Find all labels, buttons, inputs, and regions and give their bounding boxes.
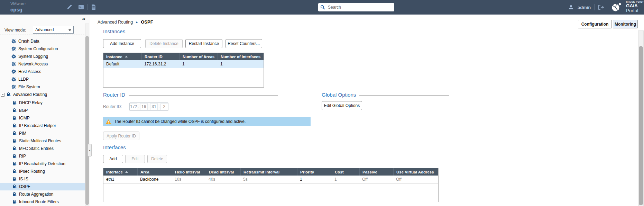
view-mode-select[interactable]: Advanced bbox=[33, 26, 74, 34]
sidebar-item-system-logging[interactable]: System Logging bbox=[0, 53, 85, 60]
column-header-number-of-interfaces[interactable]: Number of Interfaces bbox=[218, 53, 264, 60]
terminal-icon[interactable] bbox=[78, 4, 84, 10]
sidebar-item-inbound-route-filters[interactable]: Inbound Route Filters bbox=[0, 198, 85, 206]
divider bbox=[129, 95, 278, 96]
routing-icon bbox=[12, 100, 17, 105]
column-header-priority[interactable]: Priority bbox=[297, 168, 332, 176]
router-id-section-header: Router ID bbox=[103, 92, 278, 98]
column-header-router-id[interactable]: Router ID bbox=[141, 53, 180, 60]
sidebar-item-label: RIP bbox=[19, 154, 26, 159]
sidebar: ◀◀ View mode: Advanced Crash Data System… bbox=[0, 15, 90, 206]
sidebar-item-ip-reachability-detection[interactable]: IP Reachability Detection bbox=[0, 160, 85, 168]
breadcrumb-arrow-icon: ▸ bbox=[136, 20, 138, 24]
sidebar-item-bgp[interactable]: BGP bbox=[0, 107, 85, 114]
username[interactable]: admin bbox=[578, 5, 591, 10]
logo-suffix-text: Portal bbox=[626, 8, 638, 13]
add-instance-button[interactable]: Add Instance bbox=[103, 39, 141, 48]
column-header-interface[interactable]: Interface bbox=[103, 168, 137, 176]
octet-4[interactable]: 2 bbox=[160, 103, 168, 110]
checkpoint-logo-text: CHECK POINT GAiA Portal bbox=[626, 1, 644, 13]
delete-interface-button[interactable]: Delete bbox=[147, 155, 167, 163]
column-header-retransmit-interval[interactable]: Retransmit Interval bbox=[240, 168, 297, 176]
sidebar-item-igmp[interactable]: IGMP bbox=[0, 114, 85, 122]
cell-instance: Default bbox=[103, 62, 141, 66]
edit-global-options-button[interactable]: Edit Global Options bbox=[322, 101, 362, 110]
add-interface-button[interactable]: Add bbox=[103, 155, 123, 163]
edit-interface-button[interactable]: Edit bbox=[125, 155, 145, 163]
breadcrumb-parent[interactable]: Advanced Routing bbox=[98, 20, 133, 25]
breadcrumb: Advanced Routing ▸ OSPF bbox=[98, 19, 153, 25]
cell-use-virtual-address: Off bbox=[393, 177, 438, 182]
sidebar-item-label: LLDP bbox=[18, 77, 29, 82]
sort-ascending-icon bbox=[125, 171, 128, 173]
sidebar-item-label: Crash Data bbox=[18, 39, 39, 44]
search-input[interactable] bbox=[327, 5, 392, 10]
dot-separator: . bbox=[158, 105, 159, 109]
apply-router-id-button[interactable]: Apply Router ID bbox=[103, 132, 139, 140]
search-box[interactable] bbox=[318, 3, 394, 11]
collapse-sidebar-icon[interactable]: ◀◀ bbox=[82, 18, 85, 20]
sidebar-item-label: System Configuration bbox=[18, 46, 58, 51]
restart-instance-button[interactable]: Restart Instance bbox=[185, 39, 222, 48]
logout-icon[interactable] bbox=[598, 5, 604, 10]
sidebar-item-route-aggregation[interactable]: Route Aggregation bbox=[0, 190, 85, 198]
column-header-hello-interval[interactable]: Hello Interval bbox=[172, 168, 206, 176]
gear-icon bbox=[11, 54, 16, 59]
column-header-use-virtual-address[interactable]: Use Virtual Address bbox=[393, 168, 438, 176]
table-row-eth1[interactable]: eth1 Backbone 10s 40s 5s 1 1 Off Off bbox=[103, 176, 438, 183]
view-mode-value: Advanced bbox=[35, 27, 54, 32]
gear-icon bbox=[11, 39, 16, 44]
octet-2[interactable]: 16 bbox=[140, 103, 148, 110]
sidebar-item-ipsec-routing[interactable]: IPsec Routing bbox=[0, 168, 85, 175]
topbar-divider bbox=[75, 4, 75, 10]
router-id-input[interactable]: 172. 16. 31. 2 bbox=[129, 102, 168, 111]
collapse-minus-icon[interactable] bbox=[1, 93, 4, 97]
document-icon[interactable] bbox=[91, 4, 96, 10]
sidebar-item-mfc-static-entries[interactable]: MFC Static Entries bbox=[0, 145, 85, 152]
checkpoint-logo-icon bbox=[611, 3, 622, 12]
column-header-area[interactable]: Area bbox=[137, 168, 172, 176]
divider bbox=[129, 32, 631, 32]
page-scrollbar-thumb[interactable] bbox=[639, 46, 643, 205]
sidebar-item-host-access[interactable]: Host Access bbox=[0, 68, 85, 75]
octet-1[interactable]: 172 bbox=[130, 103, 137, 110]
gear-icon bbox=[11, 46, 16, 51]
configuration-tab-button[interactable]: Configuration bbox=[578, 20, 612, 28]
sidebar-item-file-system[interactable]: File System bbox=[0, 83, 85, 91]
pencil-icon[interactable] bbox=[66, 4, 72, 10]
column-header-number-of-areas[interactable]: Number of Areas bbox=[180, 53, 218, 60]
sidebar-item-label: System Logging bbox=[18, 54, 48, 59]
cell-number-of-interfaces: 1 bbox=[218, 62, 264, 66]
panel-collapse-handle[interactable]: ◂ bbox=[88, 144, 92, 156]
delete-instance-button[interactable]: Delete Instance bbox=[145, 39, 183, 48]
sidebar-item-label: DHCP Relay bbox=[19, 100, 43, 105]
sidebar-item-advanced-routing[interactable]: Advanced Routing bbox=[0, 91, 85, 98]
warning-icon bbox=[106, 119, 111, 124]
column-header-dead-interval[interactable]: Dead Interval bbox=[206, 168, 240, 176]
sidebar-item-is-is[interactable]: IS-IS bbox=[0, 175, 85, 183]
octet-3[interactable]: 31 bbox=[150, 103, 158, 110]
sidebar-item-rip[interactable]: RIP bbox=[0, 152, 85, 160]
reset-counters-button[interactable]: Reset Counters... bbox=[226, 39, 262, 48]
sidebar-scrollbar-thumb[interactable] bbox=[85, 36, 89, 205]
global-options-title: Global Options bbox=[322, 92, 356, 98]
column-header-passive[interactable]: Passive bbox=[359, 168, 393, 176]
column-header-cost[interactable]: Cost bbox=[332, 168, 359, 176]
sidebar-item-label: Static Multicast Routes bbox=[19, 138, 61, 143]
monitoring-tab-button[interactable]: Monitoring bbox=[613, 20, 638, 28]
column-header-instance[interactable]: Instance bbox=[103, 53, 141, 60]
routing-icon bbox=[12, 199, 17, 204]
sidebar-item-dhcp-relay[interactable]: DHCP Relay bbox=[0, 99, 85, 107]
sidebar-item-lldp[interactable]: LLDP bbox=[0, 75, 85, 83]
sidebar-item-ip-broadcast-helper[interactable]: IP Broadcast Helper bbox=[0, 122, 85, 129]
sidebar-item-network-access[interactable]: Network Access bbox=[0, 60, 85, 68]
sidebar-item-ospf[interactable]: OSPF bbox=[0, 183, 85, 190]
hostname-brand: VMware cpsg bbox=[10, 1, 26, 13]
gear-icon bbox=[11, 77, 16, 82]
breadcrumb-current: OSPF bbox=[141, 19, 153, 25]
table-row-default-instance[interactable]: Default 172.16.31.2 1 1 bbox=[103, 60, 264, 68]
sidebar-item-crash-data[interactable]: Crash Data bbox=[0, 37, 85, 45]
sidebar-item-pim[interactable]: PIM bbox=[0, 129, 85, 137]
sidebar-item-system-configuration[interactable]: System Configuration bbox=[0, 45, 85, 53]
sidebar-item-static-multicast-routes[interactable]: Static Multicast Routes bbox=[0, 137, 85, 145]
